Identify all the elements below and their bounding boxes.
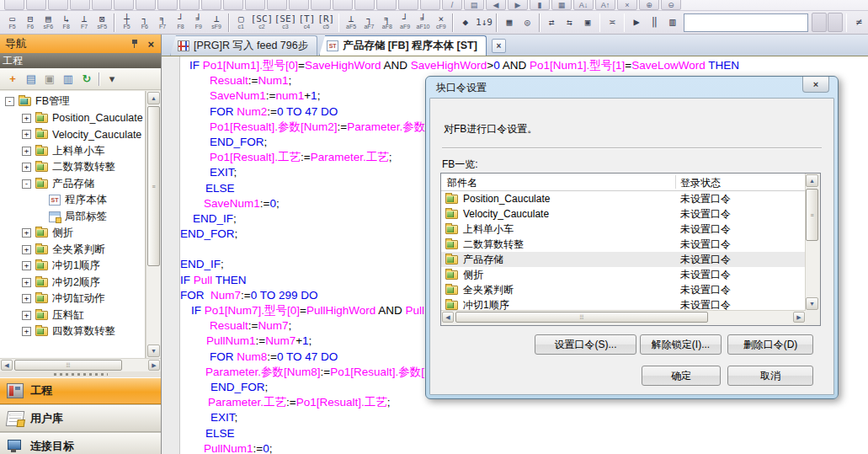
monitor-mode-icon[interactable]: ≍: [604, 11, 620, 34]
tree-item-4[interactable]: +上料单小车: [0, 143, 145, 160]
toolbar-icon-20[interactable]: [420, 0, 440, 10]
toolbar-icon-10[interactable]: [201, 0, 221, 10]
scroll-thumb[interactable]: ⦙⦙⦙: [455, 312, 708, 323]
scroll-right-icon[interactable]: ▶: [793, 312, 805, 323]
ladder-falling-pulse[interactable]: ╕F7: [154, 11, 171, 34]
fb-list-header[interactable]: 部件名 登录状态: [441, 174, 806, 191]
modify-value-icon[interactable]: ≠: [850, 11, 867, 34]
monitor-start-icon[interactable]: ▶: [628, 11, 645, 34]
tree-expander-icon[interactable]: +: [22, 245, 31, 254]
batch-monitor-icon[interactable]: ▥: [664, 11, 681, 34]
scroll-thumb[interactable]: ≡: [147, 106, 160, 266]
fb-list-row-2[interactable]: Velocity_Cauculate未设置口令: [441, 206, 806, 222]
cross-reference-icon[interactable]: ▣: [579, 11, 596, 34]
tree-item-3[interactable]: +Velocity_Cauculate: [0, 126, 145, 143]
bookmark-icon[interactable]: ▮: [530, 0, 550, 10]
batch-find-icon[interactable]: ◎: [519, 11, 535, 34]
nav-tab-3[interactable]: 连接目标: [0, 433, 161, 454]
se-instruction[interactable]: [SE]c3: [274, 11, 296, 34]
toolbar-icon-2[interactable]: [26, 0, 46, 10]
zoom-in-icon[interactable]: ⊕: [639, 0, 659, 10]
ladder-rising-pulse[interactable]: ┐F6: [136, 11, 153, 34]
delete-icon[interactable]: ×: [617, 0, 637, 10]
fb-list-row-4[interactable]: 二数算数转整未设置口令: [441, 237, 806, 252]
r-instruction[interactable]: [R]c5: [317, 11, 335, 34]
document-tab-1[interactable]: [PRG]R 写入 feed 796步: [170, 35, 317, 56]
statement-list-icon[interactable]: ▤: [464, 0, 484, 10]
toolbar-icon-11[interactable]: [223, 0, 243, 10]
toolbar-icon-8[interactable]: [157, 0, 178, 10]
zoom-out-icon[interactable]: ⊖: [661, 0, 681, 10]
monitor-stop-icon[interactable]: ‖: [646, 11, 663, 34]
ladder-alt-rising[interactable]: ┐aF7: [360, 11, 377, 34]
tree-expander-icon[interactable]: +: [22, 311, 31, 320]
ladder-alt-falling[interactable]: ╕aF8: [379, 11, 396, 34]
column-divider[interactable]: [675, 175, 676, 189]
new-item-icon[interactable]: +: [5, 72, 20, 87]
tree-item-8[interactable]: 局部标签: [0, 209, 145, 226]
tree-item-13[interactable]: +冲切缸动作: [0, 291, 145, 307]
ladder-coil[interactable]: ▤sF6: [40, 11, 56, 34]
tree-item-11[interactable]: +冲切1顺序: [0, 258, 145, 275]
scroll-up-icon[interactable]: ▲: [806, 174, 818, 187]
find-previous-icon[interactable]: ◀: [486, 0, 506, 10]
toolbar-icon-4[interactable]: [70, 0, 90, 10]
property-info-icon[interactable]: ▥: [61, 72, 76, 87]
panel-close-icon[interactable]: ×: [147, 38, 154, 51]
column-status[interactable]: 登录状态: [680, 176, 721, 190]
delete-password-button[interactable]: 删除口令(D): [727, 334, 813, 355]
ladder-falling-pulse-close[interactable]: ╛F9: [190, 11, 207, 34]
batch-replace-icon[interactable]: ⇆: [561, 11, 578, 34]
device-memory-icon[interactable]: ▦: [551, 0, 572, 10]
copy-icon[interactable]: ▤: [24, 72, 39, 87]
tab-close-button[interactable]: ×: [492, 39, 506, 53]
ladder-alt-vertical[interactable]: ⊥aF5: [343, 11, 359, 34]
ladder-vertical-line[interactable]: ⊥F7: [76, 11, 93, 34]
refresh-icon[interactable]: ↻: [79, 72, 94, 87]
tree-item-5[interactable]: +二数算数转整: [0, 159, 145, 176]
sort-ascending-icon[interactable]: A↓: [573, 0, 594, 10]
tree-expander-icon[interactable]: +: [22, 294, 31, 303]
placeholder-button-1[interactable]: [812, 13, 827, 32]
fb-list-row-6[interactable]: 侧折未设置口令: [441, 267, 806, 282]
tree-item-12[interactable]: +冲切2顺序: [0, 275, 145, 291]
toolbar-icon-1[interactable]: [4, 0, 24, 10]
tree-item-15[interactable]: +四数算数转整: [0, 323, 145, 340]
scroll-left-icon[interactable]: ◀: [1, 360, 13, 371]
scroll-thumb[interactable]: ≡: [806, 189, 818, 241]
fb-list-row-3[interactable]: 上料单小车未设置口令: [441, 222, 806, 237]
tree-item-10[interactable]: +全夹紧判断: [0, 242, 145, 259]
device-comment-edit-icon[interactable]: ◆: [457, 11, 474, 34]
sc-instruction[interactable]: [SC]c2: [250, 11, 273, 34]
tree-item-9[interactable]: +侧折: [0, 225, 145, 242]
ladder-horizontal-line[interactable]: ⊠sF5: [93, 11, 110, 34]
scroll-down-icon[interactable]: ▼: [147, 345, 160, 357]
set-password-button[interactable]: 设置口令(S)...: [535, 334, 636, 355]
tree-expander-icon[interactable]: +: [22, 130, 31, 139]
device-find-icon[interactable]: ▦: [501, 11, 518, 34]
paste-icon[interactable]: ▣: [42, 72, 57, 87]
ladder-rising-pulse-close[interactable]: ┘F8: [172, 11, 189, 34]
ladder-branch[interactable]: ┼F5: [118, 11, 135, 34]
toolbar-icon-17[interactable]: [354, 0, 375, 10]
toolbar-icon-7[interactable]: [136, 0, 156, 10]
scroll-down-icon[interactable]: ▼: [806, 297, 818, 310]
ladder-alt-rising-close[interactable]: ┘aF9: [397, 11, 413, 34]
t-instruction[interactable]: [T]c4: [297, 11, 316, 34]
ladder-delete[interactable]: ×cF9: [433, 11, 450, 34]
replace-icon[interactable]: ⇄: [543, 11, 560, 34]
tree-horizontal-scrollbar[interactable]: ◀ ⦙⦙⦙ ▶: [0, 358, 161, 372]
toolbar-icon-5[interactable]: [92, 0, 112, 10]
toolbar-icon-13[interactable]: [267, 0, 287, 10]
inline-st-box[interactable]: ▢c1: [232, 11, 249, 34]
list-vertical-scrollbar[interactable]: ▲ ≡ ▼: [805, 174, 820, 311]
tree-expander-icon[interactable]: +: [22, 327, 31, 336]
tree-expander-icon[interactable]: +: [22, 261, 31, 270]
tree-expander-icon[interactable]: -: [5, 97, 14, 106]
panel-splitter[interactable]: [0, 371, 161, 377]
tree-expander-icon[interactable]: +: [22, 163, 31, 172]
dialog-close-button[interactable]: ×: [802, 77, 829, 93]
toolbar-icon-15[interactable]: [311, 0, 331, 10]
column-name[interactable]: 部件名: [447, 176, 477, 190]
fb-list-row-7[interactable]: 全夹紧判断未设置口令: [441, 282, 806, 297]
